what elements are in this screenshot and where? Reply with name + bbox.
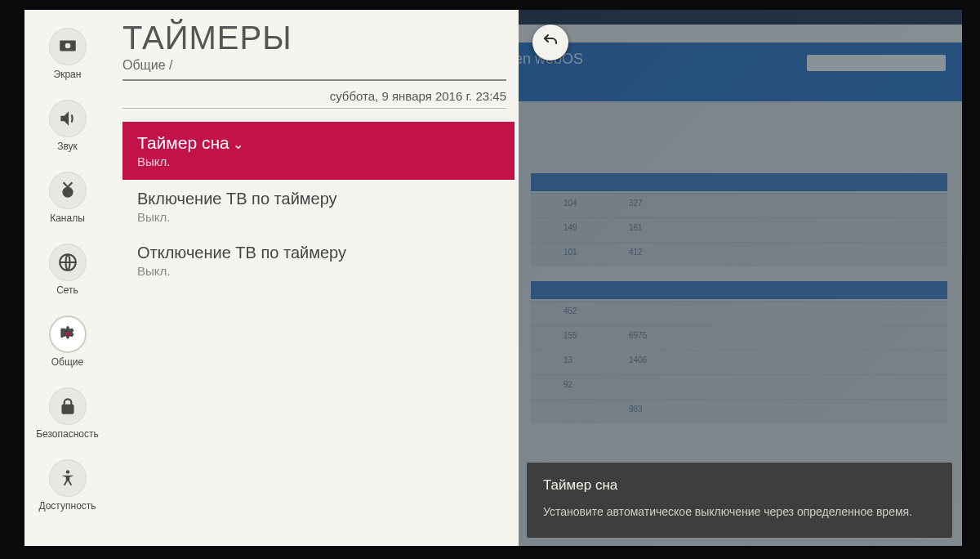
forum-row: 1556975 xyxy=(531,325,947,350)
settings-sidebar: Экран Звук Каналы Сеть xyxy=(24,10,110,546)
divider xyxy=(122,108,506,109)
menu-item-value: Выкл. xyxy=(137,264,500,278)
menu-item-value: Выкл. xyxy=(137,210,500,224)
forum-search-box xyxy=(807,55,946,71)
forum-row: 92 xyxy=(531,374,947,399)
sidebar-label: Звук xyxy=(57,141,78,152)
timers-menu: Таймер сна⌄ Выкл. Включение ТВ по таймер… xyxy=(122,122,514,288)
page-title: ТАЙМЕРЫ xyxy=(122,20,519,56)
help-tooltip: Таймер сна Установите автоматическое вык… xyxy=(527,463,952,538)
tooltip-text: Установите автоматическое выключение чер… xyxy=(543,503,936,520)
tv-screen: en webOS 104327 149161 101412 452 155697… xyxy=(24,10,962,546)
sidebar-item-sound[interactable]: Звук xyxy=(24,90,110,162)
menu-item-title: Включение ТВ по таймеру xyxy=(137,190,500,208)
svg-point-7 xyxy=(65,470,69,473)
sound-icon xyxy=(49,100,87,137)
forum-row: 452 xyxy=(531,301,947,325)
divider xyxy=(122,79,506,81)
menu-item-value: Выкл. xyxy=(137,154,500,168)
forum-row: 983 xyxy=(531,399,947,423)
menu-item-title: Таймер сна⌄ xyxy=(137,133,500,153)
screen-icon xyxy=(49,28,87,65)
channels-icon xyxy=(49,172,87,209)
sidebar-label: Безопасность xyxy=(36,428,99,440)
chevron-down-icon: ⌄ xyxy=(233,137,243,151)
svg-rect-5 xyxy=(60,328,63,338)
settings-content: ТАЙМЕРЫ Общие / суббота, 9 января 2016 г… xyxy=(122,10,519,546)
settings-panel: Экран Звук Каналы Сеть xyxy=(24,10,519,546)
general-icon xyxy=(49,315,87,353)
sidebar-label: Доступность xyxy=(38,500,96,512)
sidebar-item-security[interactable]: Безопасность xyxy=(24,378,110,449)
menu-item-sleep-timer[interactable]: Таймер сна⌄ Выкл. xyxy=(122,122,514,180)
forum-section-bar xyxy=(531,281,947,299)
breadcrumb: Общие / xyxy=(122,58,519,73)
back-button[interactable] xyxy=(532,25,568,60)
sidebar-item-accessibility[interactable]: Доступность xyxy=(24,449,110,521)
sidebar-label: Общие xyxy=(51,356,83,368)
datetime-text: суббота, 9 января 2016 г. 23:45 xyxy=(122,89,506,103)
lock-icon xyxy=(49,387,87,425)
menu-item-power-on-timer[interactable]: Включение ТВ по таймеру Выкл. xyxy=(122,180,514,234)
svg-point-1 xyxy=(65,43,70,49)
sidebar-item-network[interactable]: Сеть xyxy=(24,234,110,306)
forum-row: 104327 xyxy=(531,193,947,217)
forum-row: 149161 xyxy=(531,217,947,242)
back-arrow-icon xyxy=(541,30,560,55)
sidebar-item-channels[interactable]: Каналы xyxy=(24,162,110,234)
forum-row: 131406 xyxy=(531,350,947,374)
svg-point-2 xyxy=(62,187,73,198)
sidebar-label: Сеть xyxy=(56,284,78,296)
sidebar-label: Каналы xyxy=(50,212,85,224)
forum-row: 101412 xyxy=(531,242,947,266)
tooltip-title: Таймер сна xyxy=(543,477,936,494)
sidebar-item-screen[interactable]: Экран xyxy=(24,18,110,90)
svg-point-4 xyxy=(65,333,69,337)
network-icon xyxy=(49,244,87,281)
menu-item-power-off-timer[interactable]: Отключение ТВ по таймеру Выкл. xyxy=(122,234,514,288)
sidebar-item-general[interactable]: Общие xyxy=(24,306,110,378)
accessibility-icon xyxy=(49,459,87,497)
sidebar-label: Экран xyxy=(54,69,82,80)
forum-section-bar xyxy=(531,173,947,191)
svg-rect-6 xyxy=(62,405,73,414)
menu-item-title: Отключение ТВ по таймеру xyxy=(137,244,500,262)
